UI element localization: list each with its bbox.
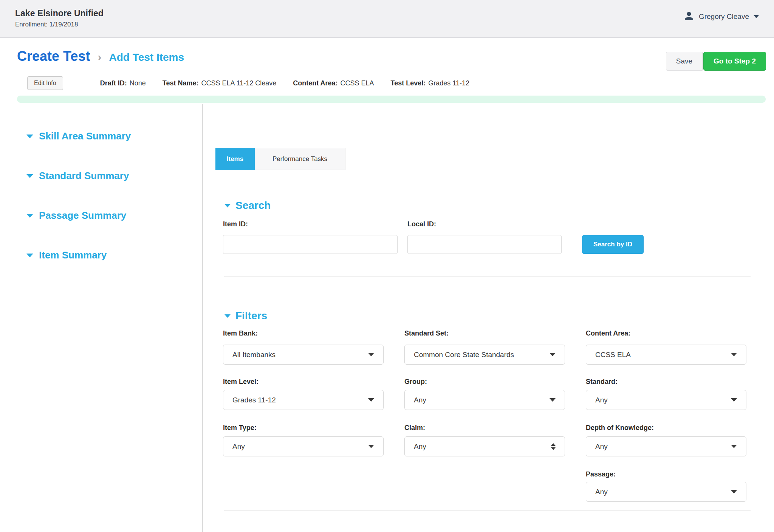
tab-items[interactable]: Items [215, 148, 255, 170]
caret-down-icon [224, 314, 231, 318]
section-divider [224, 276, 751, 277]
item-level-select[interactable]: Grades 11-12 [223, 390, 384, 410]
caret-down-icon [224, 204, 231, 207]
test-info-items: Draft ID:None Test Name:CCSS ELA 11-12 C… [100, 79, 469, 87]
chevron-down-icon [754, 15, 759, 18]
caret-down-icon [368, 353, 374, 356]
sidebar-item-passage-summary[interactable]: Passage Summary [26, 210, 126, 221]
item-type-select[interactable]: Any [223, 436, 384, 456]
save-button[interactable]: Save [666, 52, 703, 71]
standard-select[interactable]: Any [586, 390, 746, 410]
passage-label: Passage: [586, 470, 616, 478]
create-test-page: Lake Elsinore Unified Enrollment: 1/19/2… [0, 0, 774, 532]
group-label: Group: [404, 378, 427, 386]
depth-of-knowledge-label: Depth of Knowledge: [586, 424, 654, 432]
caret-down-icon [368, 445, 374, 448]
district-name: Lake Elsinore Unified [15, 8, 104, 19]
local-id-label: Local ID: [407, 220, 436, 228]
group-select[interactable]: Any [404, 390, 565, 410]
spinner-arrows-icon [551, 443, 556, 450]
enrollment-date: Enrollment: 1/19/2018 [15, 21, 78, 28]
test-name: Test Name:CCSS ELA 11-12 Cleave [163, 79, 276, 87]
vertical-divider [202, 104, 203, 532]
content-area-select[interactable]: CCSS ELA [586, 345, 746, 365]
passage-select[interactable]: Any [586, 482, 746, 502]
content-area: Content Area:CCSS ELA [293, 79, 374, 87]
user-name: Gregory Cleave [699, 12, 749, 21]
item-bank-select[interactable]: All Itembanks [223, 345, 384, 365]
progress-bar [17, 96, 766, 103]
breadcrumb-separator-icon: › [98, 51, 101, 63]
caret-down-icon [731, 353, 737, 356]
section-divider [224, 510, 751, 511]
breadcrumb-current: Add Test Items [109, 51, 184, 63]
claim-select[interactable]: Any [404, 436, 565, 456]
item-source-tabs: Items Performance Tasks [215, 148, 345, 170]
filters-section-header[interactable]: Filters [224, 310, 267, 322]
caret-down-icon [26, 254, 33, 257]
search-by-id-button[interactable]: Search by ID [582, 235, 644, 254]
search-section-header[interactable]: Search [224, 200, 271, 212]
caret-down-icon [550, 353, 556, 356]
caret-down-icon [26, 214, 33, 218]
item-id-input[interactable] [223, 235, 398, 254]
go-to-step-2-button[interactable]: Go to Step 2 [703, 52, 766, 71]
caret-down-icon [731, 445, 737, 448]
top-bar: Lake Elsinore Unified Enrollment: 1/19/2… [0, 0, 774, 38]
item-type-label: Item Type: [223, 424, 257, 432]
item-level-label: Item Level: [223, 378, 259, 386]
caret-down-icon [550, 398, 556, 402]
standard-set-select[interactable]: Common Core State Standards [404, 345, 565, 365]
user-menu[interactable]: Gregory Cleave [684, 11, 759, 23]
draft-id: Draft ID:None [100, 79, 146, 87]
user-icon [684, 11, 694, 23]
item-bank-label: Item Bank: [223, 329, 258, 337]
edit-info-button[interactable]: Edit Info [27, 76, 63, 90]
header-actions: Save Go to Step 2 [666, 52, 766, 71]
standard-set-label: Standard Set: [404, 329, 449, 337]
sidebar-item-skill-area-summary[interactable]: Skill Area Summary [26, 130, 131, 142]
sidebar-item-item-summary[interactable]: Item Summary [26, 249, 107, 261]
claim-label: Claim: [404, 424, 425, 432]
sidebar-item-standard-summary[interactable]: Standard Summary [26, 170, 129, 182]
breadcrumb: Create Test › Add Test Items [17, 48, 184, 64]
local-id-input[interactable] [407, 235, 562, 254]
standard-label: Standard: [586, 378, 618, 386]
caret-down-icon [731, 398, 737, 402]
test-level: Test Level:Grades 11-12 [391, 79, 469, 87]
depth-of-knowledge-select[interactable]: Any [586, 436, 746, 456]
caret-down-icon [26, 174, 33, 178]
caret-down-icon [731, 490, 737, 493]
caret-down-icon [26, 135, 33, 138]
content-area-label: Content Area: [586, 329, 630, 337]
tab-performance-tasks[interactable]: Performance Tasks [255, 148, 345, 170]
caret-down-icon [368, 398, 374, 402]
item-id-label: Item ID: [223, 220, 248, 228]
test-info-row: Edit Info Draft ID:None Test Name:CCSS E… [27, 76, 469, 90]
page-title: Create Test [17, 48, 90, 64]
